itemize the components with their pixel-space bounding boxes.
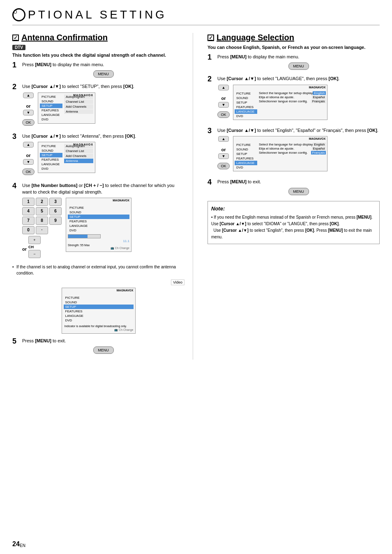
lang-brand-2: MAGNAVOX	[309, 86, 326, 89]
lang-up-btn-3[interactable]: ▲	[218, 136, 229, 142]
lang-menu-left-2: PICTURE SOUND SETUP FEATURES LANGUAGE DV…	[235, 91, 257, 118]
num-btn-4[interactable]: 4	[22, 207, 35, 215]
menu-item-sound-3: SOUND	[40, 148, 62, 153]
menu-item-picture-3: PICTURE	[40, 144, 62, 148]
l2-sound: SOUND	[235, 96, 257, 100]
step-3-content: Use [Cursor ▲/▼] to select "Antenna", th…	[22, 133, 184, 177]
antenna-confirmation-section: ✓ Antenna Confirmation DTV This function…	[12, 33, 193, 360]
menu-button-5[interactable]: MENU	[93, 346, 114, 354]
screen-sound: SOUND	[68, 210, 129, 215]
screen-menu-right-2: Autoprogram Channel List Add Channels An…	[64, 95, 93, 122]
l3-setup: SETUP	[235, 152, 257, 156]
lang-step-2-screen: MAGNAVOX PICTURE SOUND SETUP FEATURES LA…	[233, 85, 327, 120]
up-btn[interactable]: ▲	[23, 92, 34, 98]
ch-plus-btn[interactable]: +	[28, 236, 41, 244]
menu-item-language-3: LANGUAGE	[40, 162, 62, 166]
menu-item-language: LANGUAGE	[40, 113, 62, 117]
right-item-addchannels-3: Add Channels	[64, 154, 93, 158]
right-item-antenna: Antenna	[64, 109, 93, 114]
l3-dvd: DVD	[235, 165, 257, 170]
step-2-content: Use [Cursor ▲/▼] to select "SETUP", then…	[22, 83, 184, 127]
l2-opt-en-val: English	[313, 91, 326, 95]
menu-item-setup-3: SETUP	[40, 153, 62, 157]
two-column-layout: ✓ Antenna Confirmation DTV This function…	[12, 33, 380, 360]
v-language: LANGUAGE	[64, 314, 134, 318]
antenna-section-title: ✓ Antenna Confirmation	[12, 33, 184, 42]
lang-step-4-content: Press [MENU] to exit. MENU	[217, 179, 380, 195]
ch-minus-btn[interactable]: −	[28, 250, 41, 258]
up-btn-3[interactable]: ▲	[23, 142, 34, 148]
lang-step-3-menu-mock: ▲ or ▼ OK MAGNAVOX PI	[217, 136, 380, 171]
v-setup: SETUP	[64, 305, 134, 309]
channel-value: 11.1	[68, 239, 129, 243]
menu-button-1[interactable]: MENU	[93, 70, 114, 78]
l2-dvd: DVD	[235, 114, 257, 118]
l2-picture: PICTURE	[235, 91, 257, 96]
down-btn[interactable]: ▼	[23, 110, 34, 115]
ch-label: CH	[28, 245, 41, 249]
menu-item-dvd-3: DVD	[40, 166, 62, 171]
lang-step-3: 3 Use [Cursor ▲/▼] to select "English", …	[208, 127, 380, 173]
num-btn-6[interactable]: 6	[49, 207, 62, 215]
l3-language: LANGUAGE	[235, 161, 257, 165]
lang-step-3-screen: MAGNAVOX PICTURE SOUND SETUP FEATURES LA…	[233, 136, 327, 171]
antenna-step-5: 5 Press [MENU] to exit. MENU	[12, 338, 184, 354]
lang-or-label-2: or	[221, 96, 226, 101]
antenna-desc: This function lets you check the digital…	[12, 53, 184, 58]
l3-opt-fr-label: Sélectionner langue écran config.	[259, 151, 308, 155]
lang-step-1-content: Press [MENU] to display the main menu. M…	[217, 54, 380, 70]
menu-item-dvd: DVD	[40, 117, 62, 122]
num-btn-9[interactable]: 9	[49, 217, 62, 225]
menu-item-features-3: FEATURES	[40, 157, 62, 162]
lang-menu-button-1[interactable]: MENU	[288, 62, 309, 70]
lang-step-4: 4 Press [MENU] to exit. MENU	[208, 179, 380, 195]
num-btn-3[interactable]: 3	[49, 198, 62, 206]
right-item-channellist: Channel List	[64, 99, 93, 104]
l3-features: FEATURES	[235, 156, 257, 161]
l2-opt-en-label: Select the language for setup display	[259, 91, 313, 95]
down-btn-3[interactable]: ▼	[23, 159, 34, 165]
screen-menu-left-2: PICTURE SOUND SETUP FEATURES LANGUAGE DV…	[40, 95, 62, 122]
ok-btn-3[interactable]: OK	[22, 169, 35, 175]
signal-bar-container	[68, 234, 101, 238]
or-label-4: or	[22, 247, 27, 252]
l3-picture: PICTURE	[235, 143, 257, 147]
num-btn-dot[interactable]: ·	[36, 226, 48, 234]
num-btn-2[interactable]: 2	[36, 198, 48, 206]
step-number-4: 4	[12, 182, 20, 190]
num-btn-0[interactable]: 0	[22, 226, 35, 234]
lang-step-1-text: Press [MENU] to display the main menu.	[217, 54, 380, 60]
antenna-step-1: 1 Press [MENU] to display the main menu.…	[12, 62, 184, 78]
lang-or-label-3: or	[221, 147, 226, 152]
lang-menu-button-4[interactable]: MENU	[288, 188, 309, 195]
signal-bar-fill	[68, 235, 88, 238]
screen-lang: LANGUAGE	[68, 224, 129, 228]
num-btn-7[interactable]: 7	[22, 217, 35, 225]
l3-opt-es-label: Elija el idioma de ajuste.	[259, 147, 294, 150]
lang-ok-btn-2[interactable]: OK	[217, 111, 230, 118]
num-btn-1[interactable]: 1	[22, 198, 35, 206]
antenna-step-2: 2 Use [Cursor ▲/▼] to select "SETUP", th…	[12, 83, 184, 127]
ok-btn-2[interactable]: OK	[22, 119, 35, 126]
v-picture: PICTURE	[64, 295, 134, 300]
signal-strength-label: Strength: 55 Max	[68, 244, 129, 247]
l3-opt-en-label: Select the language for setup display	[259, 143, 313, 146]
num-btn-5[interactable]: 5	[36, 207, 48, 215]
check-icon-lang: ✓	[208, 35, 214, 41]
l2-opt-es-val: Español	[312, 95, 326, 99]
l2-opt-fr-label: Sélectionner langue écran config.	[259, 99, 308, 103]
step-number-2: 2	[12, 83, 20, 91]
lang-remote-arrows-3: ▲ or ▼ OK	[217, 136, 230, 169]
screen-menu-left-3: PICTURE SOUND SETUP FEATURES LANGUAGE DV…	[40, 144, 62, 171]
lang-ok-btn-3[interactable]: OK	[217, 163, 230, 169]
lang-down-btn-2[interactable]: ▼	[218, 102, 229, 108]
page-lang: EN	[20, 543, 25, 548]
lang-step-2-text: Use [Cursor ▲/▼] to select "LANGUAGE", t…	[217, 76, 380, 82]
num-btn-8[interactable]: 8	[36, 217, 48, 225]
lang-up-btn-2[interactable]: ▲	[218, 85, 229, 90]
lang-down-btn-3[interactable]: ▼	[218, 153, 229, 159]
or-label-2: or	[26, 104, 31, 108]
step-3-screen: MAGNAVOX PICTURE SOUND SETUP FEATURES LA…	[38, 142, 95, 173]
lang-step-2: 2 Use [Cursor ▲/▼] to select "LANGUAGE",…	[208, 76, 380, 121]
lang-options-3: Select the language for setup display En…	[259, 143, 326, 170]
